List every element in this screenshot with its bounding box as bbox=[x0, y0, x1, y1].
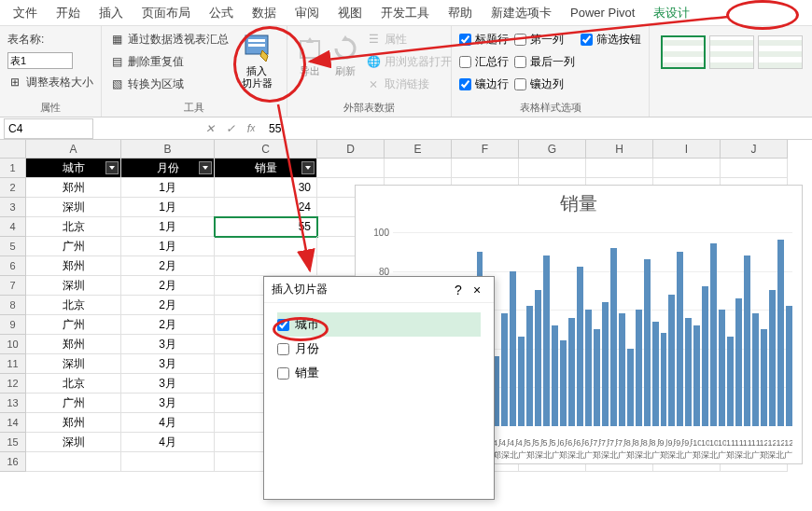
table-style-2[interactable] bbox=[709, 35, 754, 69]
col-header-F[interactable]: F bbox=[452, 140, 519, 159]
cell[interactable] bbox=[317, 159, 385, 178]
cell[interactable] bbox=[586, 159, 653, 178]
dialog-help-button[interactable]: ? bbox=[449, 283, 468, 297]
cell[interactable]: 1月 bbox=[121, 237, 215, 256]
row-header[interactable]: 13 bbox=[0, 394, 26, 413]
row-header[interactable]: 1 bbox=[0, 159, 26, 178]
cell[interactable]: 3月 bbox=[121, 374, 215, 394]
col-header-J[interactable]: J bbox=[721, 140, 788, 159]
cell[interactable]: 4月 bbox=[121, 433, 215, 452]
cell[interactable]: 2月 bbox=[121, 256, 215, 276]
slicer-field-option[interactable]: 城市 bbox=[277, 312, 481, 337]
col-header-C[interactable]: C bbox=[215, 140, 317, 159]
cell[interactable] bbox=[452, 159, 519, 178]
row-header[interactable]: 2 bbox=[0, 178, 26, 198]
insert-slicer-button[interactable]: 插入 切片器 bbox=[234, 30, 279, 93]
row-header[interactable]: 16 bbox=[0, 452, 26, 472]
cell[interactable] bbox=[26, 452, 121, 472]
row-header[interactable]: 12 bbox=[0, 374, 26, 394]
cell[interactable] bbox=[215, 237, 317, 256]
filter-dropdown-icon[interactable] bbox=[105, 161, 119, 174]
cell[interactable]: 北京 bbox=[26, 217, 121, 237]
name-box[interactable] bbox=[4, 118, 93, 139]
cell[interactable]: 30 bbox=[215, 178, 317, 198]
enter-formula-button[interactable]: ✓ bbox=[220, 118, 241, 139]
cell[interactable]: 3月 bbox=[121, 335, 215, 354]
cell[interactable] bbox=[653, 159, 721, 178]
banded-col-checkbox[interactable]: 镶边列 bbox=[514, 75, 575, 93]
cell[interactable]: 深圳 bbox=[26, 276, 121, 296]
row-header[interactable]: 7 bbox=[0, 276, 26, 296]
slicer-field-option[interactable]: 月份 bbox=[277, 337, 481, 361]
row-header[interactable]: 15 bbox=[0, 433, 26, 452]
cancel-formula-button[interactable]: ✕ bbox=[200, 118, 220, 139]
filter-dropdown-icon[interactable] bbox=[301, 161, 315, 174]
col-header-A[interactable]: A bbox=[26, 140, 121, 159]
dialog-close-button[interactable]: × bbox=[468, 283, 486, 297]
cell[interactable]: 24 bbox=[215, 198, 317, 217]
cell[interactable]: 1月 bbox=[121, 178, 215, 198]
tab-help[interactable]: 帮助 bbox=[439, 1, 482, 25]
banded-row-checkbox[interactable]: 镶边行 bbox=[459, 75, 509, 93]
row-header[interactable]: 5 bbox=[0, 237, 26, 256]
filter-checkbox[interactable]: 筛选按钮 bbox=[581, 30, 641, 48]
cell[interactable]: 2月 bbox=[121, 276, 215, 296]
total-row-checkbox[interactable]: 汇总行 bbox=[459, 52, 509, 71]
tab-insert[interactable]: 插入 bbox=[90, 1, 133, 25]
cell[interactable]: 郑州 bbox=[26, 413, 121, 433]
cell[interactable] bbox=[721, 159, 788, 178]
col-header-G[interactable]: G bbox=[519, 140, 586, 159]
cell[interactable]: 郑州 bbox=[26, 178, 121, 198]
convert-range-button[interactable]: ▧ 转换为区域 bbox=[109, 75, 229, 93]
formula-value[interactable]: 55 bbox=[261, 122, 812, 135]
cell[interactable]: 深圳 bbox=[26, 198, 121, 217]
tab-developer[interactable]: 开发工具 bbox=[371, 1, 439, 25]
cell[interactable]: 广州 bbox=[26, 237, 121, 256]
summarize-pivot-button[interactable]: ▦ 通过数据透视表汇总 bbox=[109, 30, 229, 48]
row-header[interactable]: 11 bbox=[0, 354, 26, 374]
row-header[interactable]: 9 bbox=[0, 315, 26, 335]
filter-dropdown-icon[interactable] bbox=[199, 161, 212, 174]
row-header[interactable]: 10 bbox=[0, 335, 26, 354]
cell[interactable]: 深圳 bbox=[26, 354, 121, 374]
row-header[interactable]: 4 bbox=[0, 217, 26, 237]
cell[interactable]: 3月 bbox=[121, 354, 215, 374]
resize-table-button[interactable]: ⊞ 调整表格大小 bbox=[7, 73, 93, 91]
cell[interactable] bbox=[121, 452, 215, 472]
row-header[interactable]: 6 bbox=[0, 256, 26, 276]
col-header-I[interactable]: I bbox=[653, 140, 721, 159]
cell[interactable]: 2月 bbox=[121, 296, 215, 315]
cell[interactable]: 1月 bbox=[121, 198, 215, 217]
table-style-1[interactable] bbox=[661, 35, 706, 69]
cell[interactable]: 3月 bbox=[121, 394, 215, 413]
table-header-cell[interactable]: 月份 bbox=[121, 159, 215, 178]
cell[interactable]: 55 bbox=[215, 217, 317, 237]
table-style-3[interactable] bbox=[758, 35, 803, 69]
cell[interactable]: 4月 bbox=[121, 413, 215, 433]
table-name-input[interactable] bbox=[7, 52, 73, 69]
last-col-checkbox[interactable]: 最后一列 bbox=[514, 52, 575, 71]
row-header[interactable]: 8 bbox=[0, 296, 26, 315]
col-header-E[interactable]: E bbox=[385, 140, 452, 159]
cell[interactable]: 深圳 bbox=[26, 433, 121, 452]
tab-home[interactable]: 开始 bbox=[47, 1, 90, 25]
col-header-B[interactable]: B bbox=[121, 140, 215, 159]
cell[interactable]: 1月 bbox=[121, 217, 215, 237]
cell[interactable]: 2月 bbox=[121, 315, 215, 335]
header-row-checkbox[interactable]: 标题行 bbox=[459, 30, 509, 48]
table-header-cell[interactable]: 销量 bbox=[215, 159, 317, 178]
cell[interactable]: 广州 bbox=[26, 394, 121, 413]
fx-button[interactable]: fx bbox=[241, 118, 261, 139]
tab-table-design[interactable]: 表设计 bbox=[644, 1, 699, 25]
tab-file[interactable]: 文件 bbox=[4, 1, 47, 25]
remove-duplicates-button[interactable]: ▤ 删除重复值 bbox=[109, 52, 229, 71]
col-header-H[interactable]: H bbox=[586, 140, 653, 159]
cell[interactable]: 广州 bbox=[26, 315, 121, 335]
cell[interactable] bbox=[215, 256, 317, 276]
cell[interactable]: 北京 bbox=[26, 374, 121, 394]
tab-review[interactable]: 审阅 bbox=[286, 1, 329, 25]
tab-page-layout[interactable]: 页面布局 bbox=[133, 1, 200, 25]
select-all-corner[interactable] bbox=[0, 140, 26, 159]
slicer-field-option[interactable]: 销量 bbox=[277, 361, 481, 385]
table-header-cell[interactable]: 城市 bbox=[26, 159, 121, 178]
